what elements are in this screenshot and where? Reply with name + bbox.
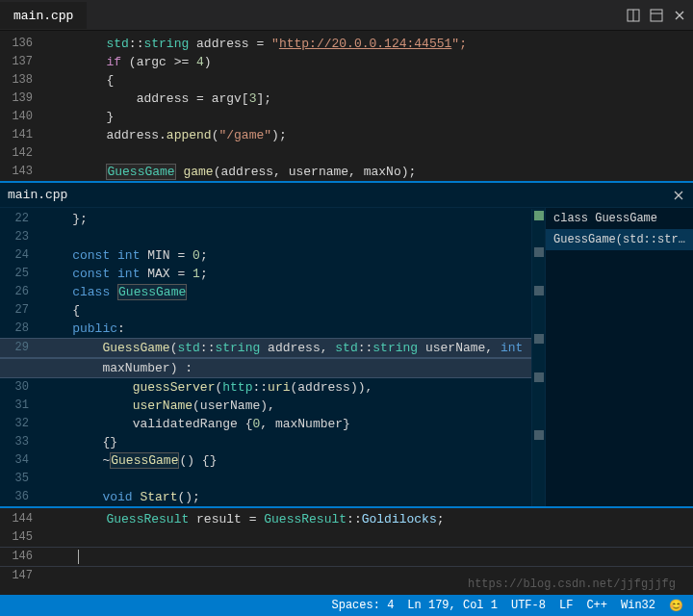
peek-header: main.cpp [0, 183, 693, 208]
status-feedback-icon[interactable]: 😊 [669, 599, 683, 613]
text-cursor [78, 550, 79, 564]
line-number: 139 [0, 90, 46, 108]
line-number: 136 [0, 35, 46, 53]
status-language[interactable]: C++ [586, 599, 607, 612]
line-number: 143 [0, 163, 46, 181]
status-bar: Spaces: 4 Ln 179, Col 1 UTF-8 LF C++ Win… [0, 595, 693, 616]
editor-bottom[interactable]: 144 GuessResult result = GuessResult::Go… [0, 508, 693, 585]
svg-rect-2 [651, 10, 662, 21]
editor-top[interactable]: 136 std::string address = "http://20.0.0… [0, 31, 693, 181]
status-platform[interactable]: Win32 [621, 599, 655, 612]
line-number: 141 [0, 126, 46, 144]
peek-view: main.cpp 22 }; 23 24 const int MIN = 0; … [0, 181, 693, 508]
status-line-col[interactable]: Ln 179, Col 1 [407, 599, 498, 612]
split-editor-icon[interactable] [626, 8, 641, 23]
tab-label: main.cpp [13, 9, 73, 23]
more-actions-icon[interactable] [649, 8, 664, 23]
status-eol[interactable]: LF [559, 599, 573, 612]
symbol-guessgame[interactable]: GuessGame [106, 164, 175, 180]
peek-side-item[interactable]: class GuessGame [546, 208, 693, 229]
close-icon[interactable] [672, 8, 687, 23]
line-number: 142 [0, 144, 46, 163]
line-number: 138 [0, 71, 46, 90]
line-number: 140 [0, 108, 46, 126]
peek-minimap[interactable] [531, 209, 545, 506]
status-spaces[interactable]: Spaces: 4 [332, 599, 395, 612]
peek-side-item[interactable]: GuessGame(std::str... [546, 229, 693, 250]
peek-reference-list: class GuessGame GuessGame(std::str... [545, 208, 693, 506]
peek-title: main.cpp [8, 188, 67, 202]
close-icon[interactable] [668, 185, 689, 206]
peek-editor[interactable]: 22 }; 23 24 const int MIN = 0; 25 const … [0, 208, 545, 506]
status-encoding[interactable]: UTF-8 [511, 599, 546, 612]
tab-main-cpp[interactable]: main.cpp [0, 2, 87, 29]
line-number: 137 [0, 53, 46, 71]
editor-tab-bar: main.cpp [0, 0, 693, 31]
